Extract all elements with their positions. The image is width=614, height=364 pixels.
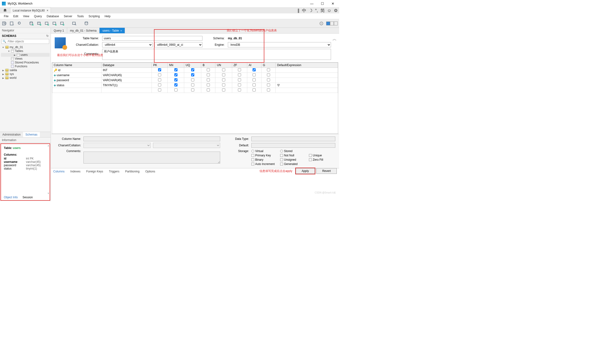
column-row[interactable]: ◆ passwordVARCHAR(45) — [52, 78, 338, 83]
tab-object-info[interactable]: Object Info — [1, 195, 20, 200]
menu-tools[interactable]: Tools — [75, 15, 86, 18]
home-button[interactable] — [0, 7, 10, 13]
menu-query[interactable]: Query — [32, 15, 44, 18]
datatype-label: Data Type: — [223, 137, 249, 141]
new-table-icon[interactable]: + — [36, 21, 42, 26]
tab-query1[interactable]: Query 1 — [51, 28, 67, 33]
datatype-input[interactable] — [251, 136, 335, 141]
scroll-down-icon[interactable]: ∨ — [47, 192, 49, 195]
schema-tree[interactable]: my_db_01 Tables users Views Stored Proce… — [0, 45, 51, 80]
colname-input[interactable] — [84, 136, 220, 141]
opt-virtual[interactable]: Virtual — [251, 149, 278, 153]
col-charset-select[interactable] — [84, 143, 151, 148]
scroll-up-icon[interactable]: ∧ — [47, 144, 49, 147]
tab-session[interactable]: Session — [20, 195, 35, 200]
refresh-schemas-icon[interactable]: ↻ — [46, 34, 49, 38]
minimize-button[interactable]: — — [309, 2, 314, 5]
schema-node-sakila: sakila — [1, 68, 50, 72]
colname-label: Column Name: — [55, 137, 81, 141]
ime-simp-icon[interactable]: 简 — [321, 8, 325, 13]
collapse-icon[interactable]: ︽ — [333, 36, 337, 42]
layout-toggle[interactable] — [326, 22, 338, 25]
opt-nn[interactable]: Not Null — [280, 154, 307, 157]
svg-text:+: + — [63, 23, 65, 26]
svg-rect-2 — [10, 22, 13, 25]
menu-view[interactable]: View — [21, 15, 32, 18]
tab-administration[interactable]: Administration — [0, 132, 23, 137]
storage-label: Storage: — [223, 149, 249, 153]
opt-bin[interactable]: Binary — [251, 158, 278, 161]
menu-database[interactable]: Database — [44, 15, 61, 18]
new-fn-icon[interactable]: + — [59, 21, 65, 26]
navigator-header: Navigator — [0, 28, 51, 33]
menu-help[interactable]: Help — [102, 15, 113, 18]
new-schema-icon[interactable]: + — [29, 21, 35, 26]
connection-tab[interactable]: Local instance MySQL80 × — [10, 7, 51, 13]
opt-uq[interactable]: Unique — [309, 154, 335, 157]
new-sql-tab-icon[interactable]: SQL — [1, 21, 7, 26]
maximize-button[interactable]: ☐ — [320, 2, 325, 5]
ime-punct-icon[interactable]: °, — [315, 8, 318, 13]
inspector-icon[interactable]: i — [17, 21, 23, 26]
column-row[interactable]: 🔑 idINT — [52, 68, 338, 73]
opt-pk[interactable]: Primary Key — [251, 154, 278, 157]
tab-users-table[interactable]: users - Table× — [99, 28, 125, 33]
tab-options[interactable]: Options — [145, 170, 155, 173]
tab-columns[interactable]: Columns — [53, 170, 65, 173]
table-icon — [55, 37, 66, 48]
menu-scripting[interactable]: Scripting — [86, 15, 102, 18]
search-table-icon[interactable] — [71, 21, 77, 26]
tab-indexes[interactable]: Indexes — [70, 170, 80, 173]
svg-text:SQL: SQL — [3, 22, 7, 25]
default-input[interactable] — [251, 143, 335, 148]
close-tab-icon[interactable]: × — [120, 29, 122, 32]
ime-lang-icon[interactable]: 中 — [302, 8, 306, 13]
new-sp-icon[interactable]: + — [52, 21, 57, 26]
column-row[interactable]: ◆ statusTINYINT(1)'0' — [52, 83, 338, 88]
col-comments-label: Comments: — [55, 149, 81, 153]
tab-triggers[interactable]: Triggers — [109, 170, 119, 173]
menu-edit[interactable]: Edit — [11, 15, 21, 18]
reconnect-icon[interactable] — [84, 21, 89, 26]
ime-moon-icon[interactable]: ☽ — [309, 8, 312, 13]
settings-icon[interactable] — [319, 21, 324, 26]
opt-gen[interactable]: Generated — [280, 162, 307, 166]
ime-face-icon[interactable]: ☺ — [327, 8, 332, 13]
svg-point-3 — [18, 22, 20, 24]
charset-label: Charset/Collation: — [69, 43, 100, 46]
connection-tab-close-icon[interactable]: × — [46, 9, 48, 12]
menu-server[interactable]: Server — [61, 15, 75, 18]
open-sql-icon[interactable] — [9, 21, 15, 26]
svg-text:+: + — [40, 23, 42, 26]
close-button[interactable]: ✕ — [331, 2, 335, 5]
collation-select[interactable]: utf8mb4_0900_ai_ci — [154, 42, 202, 47]
comments-input[interactable]: 用户信息表 — [102, 49, 331, 60]
tab-mydb01-schema[interactable]: my_db_01 - Schema — [67, 28, 100, 33]
new-view-icon[interactable]: + — [44, 21, 50, 26]
table-name-input[interactable] — [102, 36, 202, 41]
tab-partitioning[interactable]: Partitioning — [125, 170, 140, 173]
tab-foreign-keys[interactable]: Foreign Keys — [86, 170, 103, 173]
column-row[interactable]: ◆ usernameVARCHAR(45) — [52, 73, 338, 78]
apply-button[interactable]: Apply — [296, 168, 315, 174]
svg-point-24 — [85, 22, 88, 23]
filter-objects-input[interactable]: 🔍 — [1, 39, 49, 44]
menu-file[interactable]: File — [1, 15, 11, 18]
default-label: Default: — [223, 144, 249, 147]
engine-select[interactable]: InnoDB — [228, 42, 331, 47]
svg-line-23 — [76, 25, 77, 25]
charset-select[interactable]: utf8mb4 — [102, 42, 153, 47]
columns-grid[interactable]: Column NameDatatypePKNNUQBUNZFAIGDefault… — [52, 62, 338, 134]
opt-stored[interactable]: Stored — [280, 149, 307, 153]
ime-gear-icon[interactable]: ⚙ — [334, 8, 338, 13]
opt-ai[interactable]: Auto Increment — [251, 162, 278, 166]
opt-un[interactable]: Unsigned — [280, 158, 307, 161]
opt-zf[interactable]: Zero Fill — [309, 158, 335, 161]
revert-button[interactable]: Revert — [316, 168, 337, 174]
col-collation-select[interactable] — [153, 143, 220, 148]
empty-column-row[interactable] — [52, 88, 338, 93]
col-comments-input[interactable] — [84, 152, 220, 164]
tab-schemas[interactable]: Schemas — [23, 132, 40, 137]
toolbar: SQL i + + + + + — [0, 19, 339, 28]
navigator-tabs[interactable]: Administration Schemas — [0, 132, 51, 137]
